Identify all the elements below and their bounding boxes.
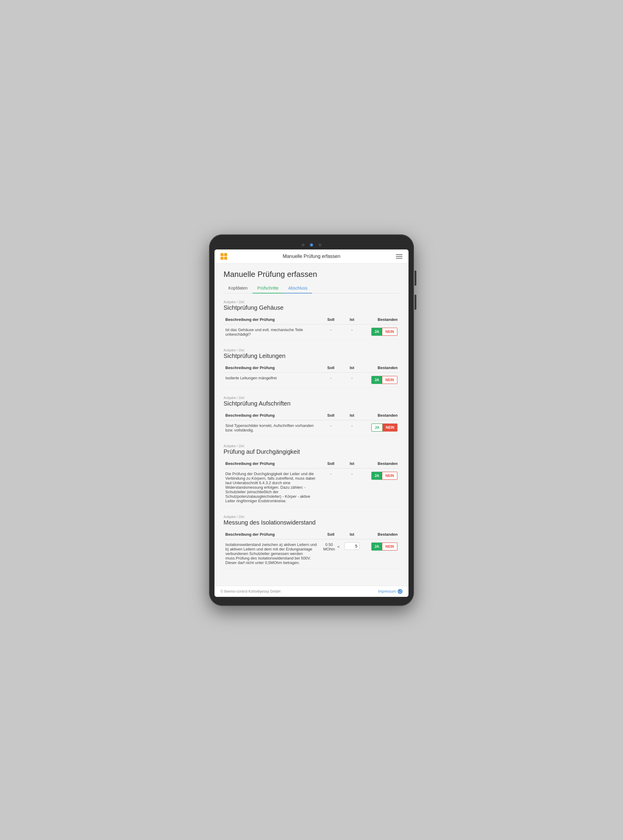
scroll-area: Manuelle Prüfung erfassen Kopfdaten Prüf…	[215, 264, 408, 586]
ja-nein-3-0: JA NEIN	[371, 423, 397, 432]
dot-camera	[310, 243, 313, 246]
ja-nein-4-0: JA NEIN	[371, 471, 397, 480]
th-desc-4: Beschreibung der Prüfung	[224, 459, 320, 468]
footer: © thermo-control Körtvélyessy GmbH Impre…	[215, 586, 408, 597]
row-best-5-0: JA NEIN	[362, 539, 399, 568]
btn-nein-5-0[interactable]: NEIN	[382, 543, 397, 550]
footer-icon	[397, 589, 402, 594]
main-content: Manuelle Prüfung erfassen Kopfdaten Prüf…	[215, 264, 408, 586]
row-best-1-0: JA NEIN	[362, 324, 399, 339]
row-desc-2-0: Isolierte Leitungen mängelfrei	[224, 372, 320, 387]
ja-nein-2-0: JA NEIN	[371, 376, 397, 384]
btn-ja-5-0[interactable]: JA	[371, 543, 382, 550]
th-desc-5: Beschreibung der Prüfung	[224, 530, 320, 539]
table-gehaeuse: Beschreibung der Prüfung Soll Ist Bestan…	[224, 315, 399, 340]
section-isolation-title: Messung des Isolationswiderstand	[224, 519, 399, 526]
tab-kopfdaten[interactable]: Kopfdaten	[224, 283, 252, 293]
section-durchgaengigkeit: Aufgabe / Ziel: Prüfung auf Durchgängigk…	[224, 444, 399, 507]
menu-line-3	[396, 258, 402, 258]
section-durchgaengigkeit-title: Prüfung auf Durchgängigkeit	[224, 448, 399, 455]
btn-nein-3-0[interactable]: NEIN	[383, 424, 397, 432]
btn-ja-3-0[interactable]: JA	[371, 424, 383, 432]
th-best-5: Bestanden	[362, 530, 399, 539]
dot-2	[318, 243, 321, 246]
nav-bar: Manuelle Prüfung erfassen	[215, 249, 408, 264]
table-durchgaengigkeit: Beschreibung der Prüfung Soll Ist Bestan…	[224, 459, 399, 507]
th-ist-1: Ist	[341, 315, 362, 324]
th-ist-4: Ist	[341, 459, 362, 468]
section-gehaeuse: Aufgabe / Ziel: Sichtprüfung Gehäuse Bes…	[224, 300, 399, 340]
section-aufschriften-title: Sichtprüfung Aufschriften	[224, 400, 399, 407]
row-ist-3-0: -	[341, 420, 362, 435]
th-desc-3: Beschreibung der Prüfung	[224, 411, 320, 420]
section-gehaeuse-label: Aufgabe / Ziel:	[224, 300, 399, 304]
row-best-4-0: JA NEIN	[362, 468, 399, 506]
btn-ja-2-0[interactable]: JA	[371, 376, 382, 384]
th-best-1: Bestanden	[362, 315, 399, 324]
row-best-3-0: JA NEIN	[362, 420, 399, 435]
row-desc-1-0: Ist das Gehäuse und evtl. mechanische Te…	[224, 324, 320, 339]
row-ist-1-0: -	[341, 324, 362, 339]
section-leitungen-title: Sichtprüfung Leitungen	[224, 353, 399, 359]
row-soll-5-0: 0.50 MOhm <	[320, 539, 341, 568]
soll-input-row: 0.50 MOhm <	[322, 542, 339, 551]
logo-sq-3	[221, 257, 224, 260]
th-soll-1: Soll	[320, 315, 341, 324]
soll-value: 0.50 MOhm	[322, 542, 336, 551]
row-desc-4-0: Die Prüfung der Durchgängigkeit der Leit…	[224, 468, 320, 506]
row-ist-4-0: -	[341, 468, 362, 506]
table-row: Die Prüfung der Durchgängigkeit der Leit…	[224, 468, 399, 506]
row-soll-3-0: -	[320, 420, 341, 435]
table-row: Isolierte Leitungen mängelfrei - - JA NE…	[224, 372, 399, 387]
ist-input-field[interactable]	[344, 542, 359, 550]
tab-abschluss[interactable]: Abschluss	[284, 283, 312, 293]
table-leitungen: Beschreibung der Prüfung Soll Ist Bestan…	[224, 363, 399, 387]
section-leitungen-label: Aufgabe / Ziel:	[224, 348, 399, 352]
th-ist-2: Ist	[341, 363, 362, 373]
section-leitungen: Aufgabe / Ziel: Sichtprüfung Leitungen B…	[224, 348, 399, 387]
btn-nein-1-0[interactable]: NEIN	[382, 328, 397, 336]
table-isolation: Beschreibung der Prüfung Soll Ist Bestan…	[224, 530, 399, 568]
table-row: Isolationswiderstand zwischen a) aktiven…	[224, 539, 399, 568]
section-gehaeuse-title: Sichtprüfung Gehäuse	[224, 304, 399, 311]
th-desc-2: Beschreibung der Prüfung	[224, 363, 320, 373]
table-row: Ist das Gehäuse und evtl. mechanische Te…	[224, 324, 399, 339]
logo-sq-2	[224, 253, 227, 256]
menu-icon[interactable]	[396, 254, 402, 258]
svg-marker-0	[399, 591, 399, 591]
btn-nein-4-0[interactable]: NEIN	[382, 472, 397, 480]
ja-nein-1-0: JA NEIN	[371, 327, 397, 336]
table-aufschriften: Beschreibung der Prüfung Soll Ist Bestan…	[224, 411, 399, 436]
ja-nein-5-0: JA NEIN	[371, 542, 397, 551]
th-soll-2: Soll	[320, 363, 341, 373]
th-ist-5: Ist	[341, 530, 362, 539]
th-desc-1: Beschreibung der Prüfung	[224, 315, 320, 324]
row-ist-2-0: -	[341, 372, 362, 387]
th-ist-3: Ist	[341, 411, 362, 420]
section-isolation: Aufgabe / Ziel: Messung des Isolationswi…	[224, 515, 399, 568]
footer-right: Impressum	[378, 589, 402, 594]
th-soll-5: Soll	[320, 530, 341, 539]
btn-nein-2-0[interactable]: NEIN	[382, 376, 397, 384]
footer-copyright: © thermo-control Körtvélyessy GmbH	[221, 589, 281, 594]
logo-sq-4	[224, 257, 227, 260]
btn-ja-4-0[interactable]: JA	[371, 472, 382, 480]
section-durchgaengigkeit-label: Aufgabe / Ziel:	[224, 444, 399, 448]
refresh-icon	[399, 590, 402, 593]
footer-impressum-link[interactable]: Impressum	[378, 589, 396, 594]
th-best-3: Bestanden	[362, 411, 399, 420]
menu-line-1	[396, 254, 402, 255]
btn-ja-1-0[interactable]: JA	[371, 328, 382, 336]
dot-1	[302, 243, 305, 246]
row-ist-5-0	[341, 539, 362, 568]
row-desc-3-0: Sind Typenschilder korrekt, Aufschriften…	[224, 420, 320, 435]
section-aufschriften: Aufgabe / Ziel: Sichtprüfung Aufschrifte…	[224, 396, 399, 436]
row-soll-1-0: -	[320, 324, 341, 339]
tab-pruefschritte[interactable]: Prüfschritte	[252, 283, 284, 293]
page-title: Manuelle Prüfung erfassen	[224, 270, 399, 279]
th-soll-3: Soll	[320, 411, 341, 420]
th-soll-4: Soll	[320, 459, 341, 468]
table-row: Sind Typenschilder korrekt, Aufschriften…	[224, 420, 399, 435]
row-best-2-0: JA NEIN	[362, 372, 399, 387]
nav-title: Manuelle Prüfung erfassen	[282, 254, 340, 259]
